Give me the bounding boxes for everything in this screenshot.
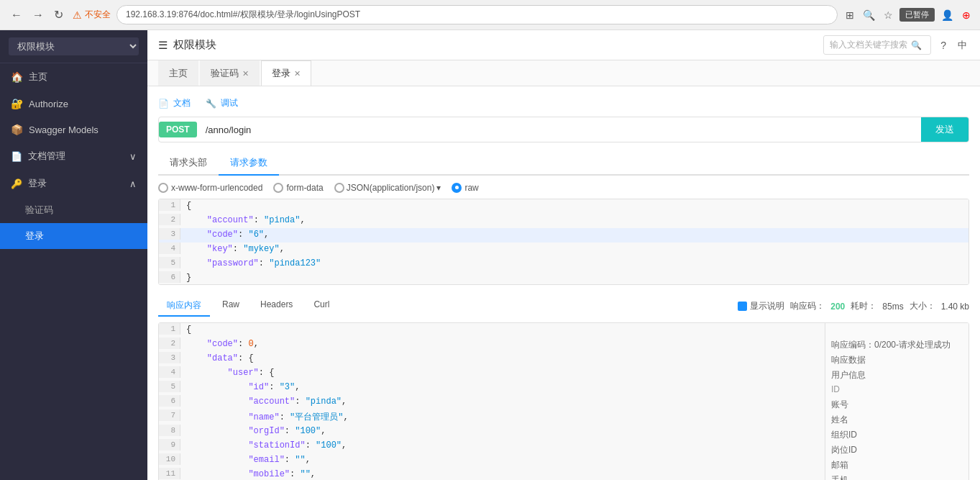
- sidebar-item-verify-code[interactable]: 验证码: [0, 197, 147, 223]
- warning-text: 不安全: [85, 9, 111, 21]
- resp-line-2: 2 "code": 0,: [159, 338, 825, 352]
- main-title-area: ☰ 权限模块: [158, 38, 216, 52]
- bookmark-button[interactable]: ☆: [881, 7, 895, 23]
- time-label: 耗时：: [851, 300, 876, 312]
- sidebar-group-login-header[interactable]: 🔑 登录 ∧: [0, 170, 147, 197]
- login-icon: 🔑: [11, 178, 22, 189]
- warning-icon: ⚠: [73, 9, 82, 21]
- format-raw[interactable]: raw: [452, 183, 478, 193]
- url-text: 192.168.3.19:8764/doc.html#/权限模块/登录/logi…: [126, 9, 360, 21]
- browser-actions: ⊞ 🔍 ☆ 已暂停 👤 ⊕: [843, 7, 973, 23]
- response-tab-headers[interactable]: Headers: [252, 296, 301, 317]
- sidebar-item-login[interactable]: 登录: [0, 223, 147, 249]
- show-desc-checkbox: [738, 302, 747, 311]
- package-icon: 📦: [11, 124, 23, 135]
- tab-request-headers[interactable]: 请求头部: [158, 151, 219, 176]
- resp-line-3: 3 "data": {: [159, 352, 825, 366]
- sidebar-item-swagger-models[interactable]: 📦 Swagger Models: [0, 117, 147, 142]
- response-tab-content[interactable]: 响应内容: [158, 296, 210, 317]
- tab-main-label: 主页: [169, 67, 188, 80]
- browser-bar: ← → ↻ ⚠ 不安全 192.168.3.19:8764/doc.html#/…: [0, 0, 980, 30]
- chevron-down-icon: ∨: [129, 151, 137, 162]
- extension-button[interactable]: ⊕: [960, 7, 973, 23]
- code-line-6: 6 }: [159, 271, 968, 285]
- response-header: 响应内容 Raw Headers Curl 显示说明: [158, 296, 969, 317]
- tab-request-params[interactable]: 请求参数: [219, 151, 279, 176]
- format-json-label: JSON(application/json): [347, 183, 435, 193]
- desc-line-3: 响应数据: [825, 353, 968, 368]
- resp-line-10: 10 "email": "",: [159, 453, 825, 468]
- format-json[interactable]: JSON(application/json) ▾: [334, 183, 441, 193]
- sidebar-group-doc-manage-header[interactable]: 📄 文档管理 ∨: [0, 142, 147, 170]
- tabs-bar: 主页 验证码 ✕ 登录 ✕: [147, 60, 980, 86]
- tab-main[interactable]: 主页: [158, 60, 198, 86]
- content-area: 📄 文档 🔧 调试 POST /anno/login 发送 请求头部 请求参数: [147, 86, 980, 480]
- back-button[interactable]: ←: [7, 6, 26, 23]
- sidebar-header[interactable]: 权限模块: [0, 30, 147, 63]
- main-header-right: 输入文档关键字搜索 🔍 ? 中: [823, 35, 969, 55]
- profile-button[interactable]: 👤: [939, 7, 956, 23]
- api-url-bar: POST /anno/login 发送: [158, 117, 969, 142]
- lang-button[interactable]: 中: [956, 37, 969, 54]
- sidebar-group-label: 登录: [28, 177, 47, 190]
- help-button[interactable]: ?: [938, 37, 948, 53]
- tab-login-close[interactable]: ✕: [294, 69, 301, 78]
- desc-line-10: 邮箱: [825, 458, 968, 473]
- code-line-1: 1 {: [159, 199, 968, 214]
- lock-icon: 🔐: [11, 98, 23, 109]
- request-tabs: 请求头部 请求参数: [158, 151, 969, 176]
- sidebar-item-home[interactable]: 🏠 主页: [0, 63, 147, 91]
- sidebar-group-login: 🔑 登录 ∧ 验证码 登录: [0, 170, 147, 249]
- response-tab-raw[interactable]: Raw: [214, 296, 248, 317]
- search-box[interactable]: 输入文档关键字搜索 🔍: [823, 35, 931, 55]
- login-label: 登录: [25, 230, 44, 243]
- translate-button[interactable]: ⊞: [843, 7, 856, 23]
- search-button[interactable]: 🔍: [861, 7, 877, 23]
- debug-mode-label[interactable]: 调试: [221, 97, 238, 109]
- code-line-2: 2 "account": "pinda",: [159, 214, 968, 228]
- desc-line-6: 账号: [825, 397, 968, 412]
- radio-urlencoded-icon: [158, 183, 168, 193]
- time-value: 85ms: [882, 302, 903, 312]
- api-url-text: /anno/login: [197, 119, 921, 141]
- format-form-data[interactable]: form-data: [273, 183, 323, 193]
- tab-verify-label: 验证码: [211, 67, 239, 80]
- desc-line-8: 组织ID: [825, 427, 968, 443]
- desc-line-4: 用户信息: [825, 368, 968, 383]
- reload-button[interactable]: ↻: [50, 6, 67, 23]
- nav-buttons: ← → ↻: [7, 6, 67, 23]
- user-badge: 已暂停: [899, 8, 935, 22]
- sidebar-item-authorize[interactable]: 🔐 Authorize: [0, 91, 147, 117]
- resp-line-1: 1 {: [159, 323, 825, 338]
- tab-login-label: 登录: [272, 67, 290, 80]
- code-line-4: 4 "key": "mykey",: [159, 243, 968, 257]
- forward-button[interactable]: →: [29, 6, 47, 23]
- home-icon: 🏠: [11, 71, 23, 83]
- format-urlencoded[interactable]: x-www-form-urlencoded: [158, 183, 262, 193]
- show-desc-toggle[interactable]: 显示说明: [738, 300, 784, 312]
- response-content-area: 1 { 2 "code": 0, 3 "data": { 4 "us: [158, 322, 969, 480]
- breadcrumb-bar: 📄 文档 🔧 调试: [158, 97, 969, 109]
- request-body-editor[interactable]: 1 { 2 "account": "pinda", 3 "code": "6",…: [158, 199, 969, 285]
- tab-login[interactable]: 登录 ✕: [261, 60, 311, 86]
- sidebar-item-label: Swagger Models: [29, 124, 99, 135]
- resp-line-7: 7 "name": "平台管理员",: [159, 409, 825, 425]
- desc-line-9: 岗位ID: [825, 443, 968, 458]
- send-button[interactable]: 发送: [921, 117, 968, 142]
- doc-mode-label: 文档: [173, 97, 191, 109]
- url-bar[interactable]: 192.168.3.19:8764/doc.html#/权限模块/登录/logi…: [116, 5, 838, 24]
- json-dropdown-icon: ▾: [436, 183, 441, 193]
- module-selector[interactable]: 权限模块: [9, 37, 139, 55]
- search-icon[interactable]: 🔍: [911, 40, 922, 50]
- desc-line-7: 姓名: [825, 412, 968, 427]
- main-header: ☰ 权限模块 输入文档关键字搜索 🔍 ? 中: [147, 30, 980, 60]
- radio-form-data-icon: [273, 183, 283, 193]
- sidebar-item-label: 主页: [29, 71, 47, 83]
- sidebar-item-label: Authorize: [29, 99, 68, 109]
- response-tab-curl[interactable]: Curl: [305, 296, 338, 317]
- desc-line-2: 响应编码：0/200-请求处理成功: [825, 338, 968, 353]
- tab-verify-close[interactable]: ✕: [242, 69, 249, 78]
- resp-line-6: 6 "account": "pinda",: [159, 395, 825, 409]
- desc-line-5: ID: [825, 383, 968, 397]
- tab-verify-code[interactable]: 验证码 ✕: [200, 60, 260, 86]
